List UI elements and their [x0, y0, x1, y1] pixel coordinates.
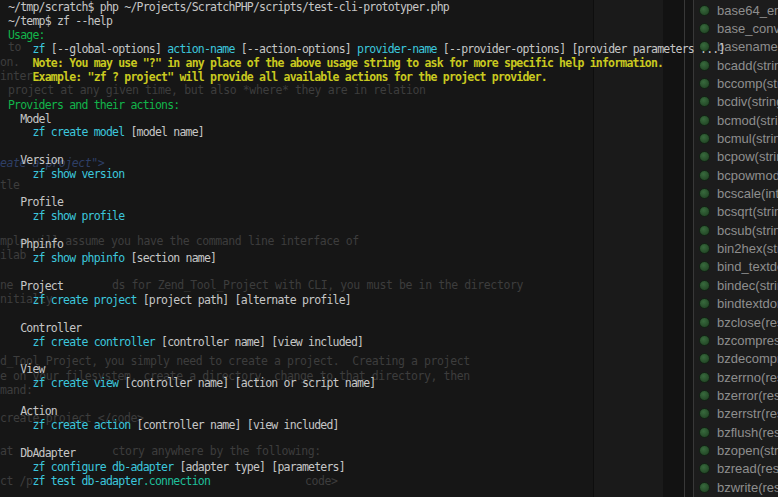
terminal-text-segment: zf show version [33, 167, 125, 181]
terminal-line: zf create view [controller name] [action… [8, 377, 725, 391]
terminal-text-segment: zf [33, 42, 45, 56]
terminal-text-segment [8, 251, 33, 265]
terminal-text-segment [8, 125, 33, 139]
terminal-text-segment [8, 418, 33, 432]
function-label: bcsub(string [717, 223, 778, 238]
function-label: bcdiv(string [717, 94, 778, 109]
terminal-line: Version [8, 154, 725, 168]
terminal-text-segment: zf create action [33, 418, 131, 432]
terminal-text-segment [8, 181, 14, 195]
terminal-text-segment: Model [8, 112, 51, 126]
function-label: bcadd(string [717, 58, 778, 73]
terminal-text-segment: zf create model [33, 125, 125, 139]
terminal-line [8, 308, 725, 322]
function-label: bcpowmod(s [717, 168, 778, 183]
terminal-text-segment: zf test db-adapter [33, 474, 143, 488]
terminal-line: zf create controller [controller name] [… [8, 336, 725, 350]
terminal-text-segment [8, 42, 33, 56]
terminal-line: Providers and their actions: [8, 99, 725, 113]
terminal-text-segment: DbAdapter [8, 446, 75, 460]
terminal-text-segment: [adapter type] [parameters] [173, 460, 344, 474]
terminal-text-segment: provider-name [357, 42, 437, 56]
terminal-line: ~/tmp/scratch$ php ~/Projects/ScratchPHP… [8, 1, 725, 15]
terminal-text-segment: [model name] [124, 125, 204, 139]
terminal-text-segment: [section name] [124, 251, 216, 265]
terminal-text-segment: action-name [167, 42, 234, 56]
terminal-line [8, 266, 725, 280]
terminal-text-segment [8, 265, 14, 279]
terminal-text-segment: zf show phpinfo [33, 251, 125, 265]
terminal-text-segment: [--global-options] [45, 42, 167, 56]
terminal-text-segment: Usage: [8, 28, 45, 42]
terminal-text-segment [8, 390, 14, 404]
function-label: bcmul(string [717, 131, 778, 146]
terminal-line: Usage: [8, 29, 725, 43]
terminal-line: Example: "zf ? project" will provide all… [8, 71, 725, 85]
function-label: bccomp(stri [717, 76, 778, 91]
terminal-line: Model [8, 113, 725, 127]
terminal-line: zf show phpinfo [section name] [8, 252, 725, 266]
terminal-text-segment: [--action-options] [235, 42, 357, 56]
terminal-line: zf show profile [8, 210, 725, 224]
terminal-line: zf create action [controller name] [view… [8, 419, 725, 433]
terminal-text-segment [8, 84, 14, 98]
function-label: bind_textdo [717, 259, 778, 274]
terminal-line: zf create model [model name] [8, 126, 725, 140]
terminal-line: DbAdapter [8, 447, 725, 461]
function-label: bcmod(strin [717, 113, 778, 128]
terminal-text-segment [8, 167, 33, 181]
terminal-line: ~/temp$ zf --help [8, 15, 725, 29]
terminal-line [8, 182, 725, 196]
terminal-line: Phpinfo [8, 238, 725, 252]
terminal-text-segment: View [8, 362, 45, 376]
terminal-text-segment [8, 307, 14, 321]
terminal-text-segment: Phpinfo [8, 237, 63, 251]
terminal-line: Note: You may use "?" in any place of th… [8, 57, 725, 71]
terminal-text-segment [8, 139, 14, 153]
function-label: bcscale(int $ [717, 186, 778, 201]
function-label: base64_enc [717, 3, 778, 18]
function-label: bzclose(reso [717, 315, 778, 330]
terminal-text-segment: Controller [8, 321, 81, 335]
terminal-line [8, 224, 725, 238]
terminal-line: zf [--global-options] action-name [--act… [8, 43, 725, 57]
function-label: basename(st [717, 39, 778, 54]
terminal-text-segment [8, 474, 33, 488]
function-label: bzerrstr(res [717, 406, 778, 421]
terminal-line [8, 433, 725, 447]
terminal-line [8, 140, 725, 154]
function-label: bindec(strin [717, 278, 778, 293]
terminal-text-segment [8, 335, 33, 349]
terminal-line: Profile [8, 196, 725, 210]
terminal-text-segment: [controller name] [view included] [130, 418, 338, 432]
terminal-text-segment: [--provider-options] [provider parameter… [437, 42, 725, 56]
terminal-line: zf create project [project path] [altern… [8, 294, 725, 308]
terminal-text-segment: ~/temp$ zf --help [8, 14, 112, 28]
terminal-text-segment [8, 223, 14, 237]
terminal-text-segment: [controller name] [action or script name… [118, 376, 375, 390]
terminal-text-segment: zf show profile [33, 209, 125, 223]
function-label: bcpow(strin [717, 149, 778, 164]
function-label: bzdecompre [717, 351, 778, 366]
function-label: bindtextdom [717, 296, 778, 311]
terminal-line: zf show version [8, 168, 725, 182]
function-label: bin2hex(stri [717, 241, 778, 256]
function-label: bzerror(reso [717, 388, 778, 403]
terminal-text-segment [8, 293, 33, 307]
terminal-text-segment: ~/tmp/scratch$ php ~/Projects/ScratchPHP… [8, 0, 449, 14]
terminal-text-segment [8, 209, 33, 223]
terminal-line: Project [8, 280, 725, 294]
terminal-line: View [8, 363, 725, 377]
function-label: bzerrno(res [717, 370, 778, 385]
terminal-line: zf configure db-adapter [adapter type] [… [8, 461, 725, 475]
terminal-text-segment: Profile [8, 195, 63, 209]
function-label: bcsqrt(strin [717, 204, 778, 219]
terminal-line: Action [8, 405, 725, 419]
function-label: bzcompress [717, 333, 778, 348]
terminal-text-segment: Version [8, 153, 63, 167]
terminal-text-segment [8, 348, 14, 362]
terminal-line [8, 349, 725, 363]
terminal-text-segment: Note: You may use "?" in any place of th… [8, 56, 663, 70]
terminal-text-segment: zf create view [33, 376, 119, 390]
terminal-text-segment [8, 376, 33, 390]
